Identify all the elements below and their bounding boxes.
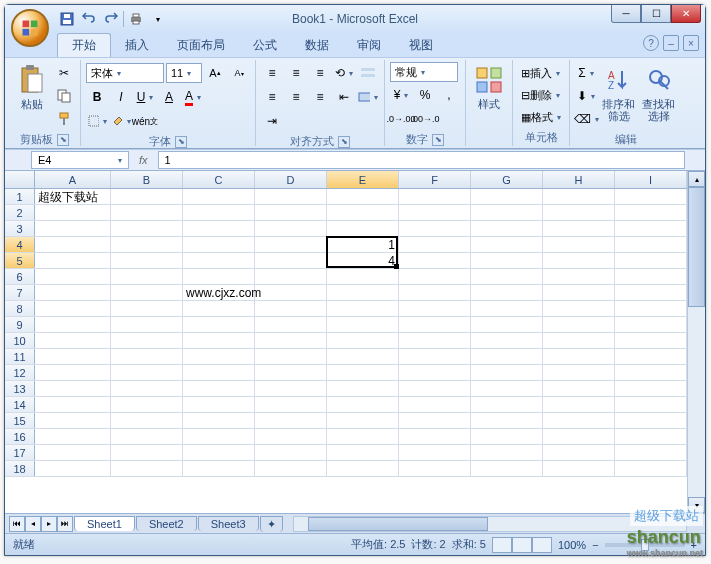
help-icon[interactable]: ? bbox=[643, 35, 659, 51]
cell-B15[interactable] bbox=[111, 413, 183, 428]
cell-D2[interactable] bbox=[255, 205, 327, 220]
merge-cells-icon[interactable]: ▾ bbox=[357, 86, 379, 108]
cell-H10[interactable] bbox=[543, 333, 615, 348]
cell-B7[interactable] bbox=[111, 285, 183, 300]
zoom-level[interactable]: 100% bbox=[558, 539, 586, 551]
new-sheet-icon[interactable]: ✦ bbox=[260, 516, 283, 532]
cell-B1[interactable] bbox=[111, 189, 183, 204]
cell-G13[interactable] bbox=[471, 381, 543, 396]
cell-D17[interactable] bbox=[255, 445, 327, 460]
maximize-button[interactable]: ☐ bbox=[641, 5, 671, 23]
cell-D1[interactable] bbox=[255, 189, 327, 204]
cell-G15[interactable] bbox=[471, 413, 543, 428]
copy-icon[interactable] bbox=[53, 85, 75, 107]
tab-nav-next-icon[interactable]: ▸ bbox=[41, 516, 57, 532]
cell-A11[interactable] bbox=[35, 349, 111, 364]
vscroll-thumb[interactable] bbox=[688, 187, 705, 307]
col-header-C[interactable]: C bbox=[183, 171, 255, 188]
cell-A14[interactable] bbox=[35, 397, 111, 412]
cell-I12[interactable] bbox=[615, 365, 687, 380]
cell-H6[interactable] bbox=[543, 269, 615, 284]
cell-I18[interactable] bbox=[615, 461, 687, 476]
cell-E2[interactable] bbox=[327, 205, 399, 220]
row-header-17[interactable]: 17 bbox=[5, 445, 35, 460]
cell-G7[interactable] bbox=[471, 285, 543, 300]
font-launcher-icon[interactable]: ⬊ bbox=[175, 136, 187, 148]
delete-cells-icon[interactable]: ⊟ 删除▾ bbox=[518, 84, 563, 106]
cell-H1[interactable] bbox=[543, 189, 615, 204]
cell-F13[interactable] bbox=[399, 381, 471, 396]
row-header-10[interactable]: 10 bbox=[5, 333, 35, 348]
cell-D13[interactable] bbox=[255, 381, 327, 396]
cell-I14[interactable] bbox=[615, 397, 687, 412]
row-header-2[interactable]: 2 bbox=[5, 205, 35, 220]
cell-F5[interactable] bbox=[399, 253, 471, 268]
increase-decimal-icon[interactable]: .0→.00 bbox=[390, 108, 412, 130]
row-header-16[interactable]: 16 bbox=[5, 429, 35, 444]
row-header-1[interactable]: 1 bbox=[5, 189, 35, 204]
cell-G2[interactable] bbox=[471, 205, 543, 220]
cell-E10[interactable] bbox=[327, 333, 399, 348]
cell-A17[interactable] bbox=[35, 445, 111, 460]
cell-C16[interactable] bbox=[183, 429, 255, 444]
align-right-icon[interactable]: ≡ bbox=[309, 86, 331, 108]
cell-B10[interactable] bbox=[111, 333, 183, 348]
cell-C8[interactable] bbox=[183, 301, 255, 316]
row-header-4[interactable]: 4 bbox=[5, 237, 35, 252]
cell-I3[interactable] bbox=[615, 221, 687, 236]
cell-F2[interactable] bbox=[399, 205, 471, 220]
sheet-tab-Sheet3[interactable]: Sheet3 bbox=[198, 516, 259, 531]
hscroll-thumb[interactable] bbox=[308, 517, 488, 531]
border-icon[interactable]: ▾ bbox=[86, 110, 108, 132]
cell-C6[interactable] bbox=[183, 269, 255, 284]
col-header-E[interactable]: E bbox=[327, 171, 399, 188]
cell-E13[interactable] bbox=[327, 381, 399, 396]
tab-数据[interactable]: 数据 bbox=[291, 34, 343, 57]
row-header-9[interactable]: 9 bbox=[5, 317, 35, 332]
font-size-combo[interactable]: 11▾ bbox=[166, 63, 202, 83]
cell-H8[interactable] bbox=[543, 301, 615, 316]
cell-F1[interactable] bbox=[399, 189, 471, 204]
cell-F3[interactable] bbox=[399, 221, 471, 236]
sort-filter-button[interactable]: AZ 排序和 筛选 bbox=[600, 62, 637, 124]
minimize-button[interactable]: ─ bbox=[611, 5, 641, 23]
cell-H15[interactable] bbox=[543, 413, 615, 428]
cell-G14[interactable] bbox=[471, 397, 543, 412]
row-header-8[interactable]: 8 bbox=[5, 301, 35, 316]
cell-H11[interactable] bbox=[543, 349, 615, 364]
cell-F6[interactable] bbox=[399, 269, 471, 284]
tab-开始[interactable]: 开始 bbox=[57, 33, 111, 57]
cell-H2[interactable] bbox=[543, 205, 615, 220]
cell-F4[interactable] bbox=[399, 237, 471, 252]
wrap-text-icon[interactable] bbox=[357, 62, 379, 84]
cell-D15[interactable] bbox=[255, 413, 327, 428]
double-underline-icon[interactable]: A bbox=[158, 86, 180, 108]
sheet-tab-Sheet1[interactable]: Sheet1 bbox=[74, 516, 135, 531]
fill-color-icon[interactable]: ▾ bbox=[110, 110, 132, 132]
cell-E14[interactable] bbox=[327, 397, 399, 412]
save-icon[interactable] bbox=[57, 9, 77, 29]
cell-C2[interactable] bbox=[183, 205, 255, 220]
increase-indent-icon[interactable]: ⇥ bbox=[261, 110, 283, 132]
phonetic-icon[interactable]: wén文 bbox=[134, 110, 156, 132]
cell-C7[interactable]: www.cjxz.com bbox=[183, 285, 255, 300]
cell-A2[interactable] bbox=[35, 205, 111, 220]
cell-D4[interactable] bbox=[255, 237, 327, 252]
cell-D6[interactable] bbox=[255, 269, 327, 284]
cell-I16[interactable] bbox=[615, 429, 687, 444]
cell-E1[interactable] bbox=[327, 189, 399, 204]
col-header-G[interactable]: G bbox=[471, 171, 543, 188]
cell-F7[interactable] bbox=[399, 285, 471, 300]
row-header-18[interactable]: 18 bbox=[5, 461, 35, 476]
cell-E9[interactable] bbox=[327, 317, 399, 332]
cell-F15[interactable] bbox=[399, 413, 471, 428]
cell-D11[interactable] bbox=[255, 349, 327, 364]
cell-B14[interactable] bbox=[111, 397, 183, 412]
cell-B3[interactable] bbox=[111, 221, 183, 236]
cell-H17[interactable] bbox=[543, 445, 615, 460]
number-launcher-icon[interactable]: ⬊ bbox=[432, 134, 444, 146]
cell-H5[interactable] bbox=[543, 253, 615, 268]
cell-G17[interactable] bbox=[471, 445, 543, 460]
cell-H18[interactable] bbox=[543, 461, 615, 476]
cell-E15[interactable] bbox=[327, 413, 399, 428]
